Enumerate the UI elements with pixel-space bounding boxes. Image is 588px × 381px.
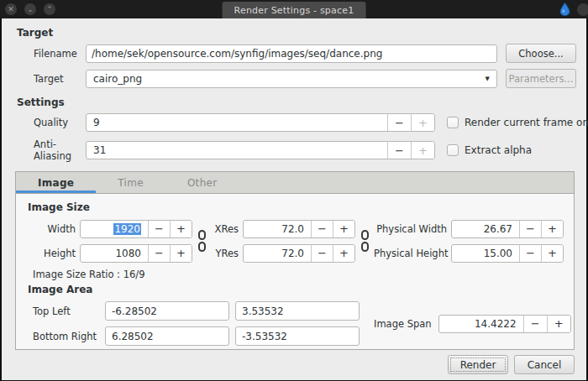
extract-alpha-checkbox[interactable] — [447, 144, 459, 156]
target-dropdown[interactable]: cairo_png ▼ — [86, 70, 497, 88]
width-value[interactable]: 1920 — [81, 221, 148, 237]
physical-width-row: Physical Width 26.67 − + — [374, 219, 564, 238]
physical-height-decrement-button[interactable]: − — [519, 245, 541, 262]
top-left-row: Top Left — [26, 301, 365, 321]
cancel-button[interactable]: Cancel — [514, 355, 575, 374]
top-left-x-input[interactable] — [105, 301, 229, 321]
tab-bar: Image Time Other — [16, 172, 574, 194]
maximize-icon[interactable]: ⌃ — [44, 3, 55, 15]
width-row: Width 1920 − + — [31, 219, 192, 238]
bottom-right-label: Bottom Right — [33, 331, 105, 342]
height-increment-button[interactable]: + — [170, 245, 192, 262]
image-span-spinner: 14.4222 − + — [438, 315, 571, 333]
physical-height-row: Physical Height 15.00 − + — [374, 243, 564, 263]
image-tab-content: Image Size Width 1920 − + Height — [16, 194, 574, 351]
render-current-frame-checkbox[interactable] — [447, 117, 459, 128]
yres-value[interactable]: 72.0 — [244, 245, 311, 262]
image-size-ratio: Image Size Ratio : 16/9 — [33, 269, 564, 280]
antialias-row: Anti-Aliasing 31 − + Extract alpha — [15, 138, 576, 162]
physical-width-value[interactable]: 26.67 — [452, 221, 519, 237]
image-span-increment-button[interactable]: + — [547, 316, 570, 332]
height-spinner: 1080 − + — [80, 244, 192, 263]
height-value[interactable]: 1080 — [81, 245, 148, 262]
quality-spinner: 9 − + — [86, 113, 435, 132]
droplet-icon — [559, 3, 570, 16]
render-current-frame-label: Render current frame only — [465, 117, 588, 128]
image-size-grid: Width 1920 − + Height 1080 − — [31, 219, 564, 263]
choose-button[interactable]: Choose... — [506, 44, 576, 63]
res-physical-chain-icon[interactable] — [355, 230, 374, 252]
render-settings-window: ✕ ⌄ ⌃ Render Settings - space1 Target Fi… — [0, 0, 588, 381]
xres-label: XRes — [211, 223, 243, 235]
settings-notebook: Image Time Other Image Size Width 1920 −… — [15, 171, 575, 350]
quality-row: Quality 9 − + Render current frame only — [15, 113, 576, 132]
image-span-decrement-button[interactable]: − — [523, 316, 547, 332]
bottom-right-row: Bottom Right — [26, 326, 365, 346]
xres-decrement-button[interactable]: − — [311, 221, 333, 237]
xres-increment-button[interactable]: + — [333, 221, 354, 237]
xres-row: XRes 72.0 − + — [211, 219, 355, 238]
tab-other[interactable]: Other — [165, 172, 239, 193]
target-label: Target — [34, 73, 86, 85]
antialias-value[interactable]: 31 — [87, 142, 387, 159]
height-label: Height — [31, 248, 80, 259]
minimize-icon[interactable]: ⌄ — [24, 3, 36, 15]
top-left-y-input[interactable] — [235, 301, 360, 321]
physical-width-label: Physical Width — [374, 223, 451, 235]
width-increment-button[interactable]: + — [170, 221, 192, 237]
image-area-coords: Top Left Bottom Right — [26, 301, 365, 346]
titlebar-right — [559, 3, 586, 16]
physical-width-decrement-button[interactable]: − — [519, 221, 541, 237]
bottom-right-x-input[interactable] — [105, 326, 229, 346]
image-span-group: Image Span 14.4222 − + — [374, 315, 571, 333]
image-size-heading: Image Size — [28, 201, 564, 213]
antialias-label: Anti-Aliasing — [34, 138, 86, 162]
render-current-frame-option: Render current frame only — [447, 117, 588, 128]
extract-alpha-label: Extract alpha — [465, 144, 532, 156]
window-title: Render Settings - space1 — [223, 2, 366, 18]
quality-decrement-button[interactable]: − — [387, 114, 411, 131]
width-decrement-button[interactable]: − — [148, 221, 170, 237]
physical-height-value[interactable]: 15.00 — [452, 245, 519, 262]
image-span-value[interactable]: 14.4222 — [439, 316, 523, 332]
image-area-heading: Image Area — [28, 284, 564, 295]
bottom-right-y-input[interactable] — [235, 326, 360, 346]
dialog-body: Target Filename Choose... Target cairo_p… — [0, 18, 588, 380]
height-row: Height 1080 − + — [31, 243, 192, 263]
physical-width-increment-button[interactable]: + — [541, 221, 563, 237]
dialog-footer: Render Cancel — [15, 350, 576, 377]
physical-height-increment-button[interactable]: + — [541, 245, 563, 262]
image-area-grid: Top Left Bottom Right Image Span — [26, 301, 564, 346]
tab-image[interactable]: Image — [16, 172, 96, 193]
xres-spinner: 72.0 − + — [243, 220, 355, 238]
target-dropdown-value: cairo_png — [93, 73, 142, 85]
resolution-column: XRes 72.0 − + YRes 72.0 − — [211, 219, 355, 263]
height-decrement-button[interactable]: − — [148, 245, 170, 262]
quality-increment-button[interactable]: + — [411, 114, 434, 131]
quality-value[interactable]: 9 — [87, 114, 387, 131]
physical-width-spinner: 26.67 − + — [451, 220, 564, 238]
tab-time[interactable]: Time — [96, 172, 165, 193]
close-icon[interactable]: ✕ — [5, 3, 17, 15]
xres-value[interactable]: 72.0 — [244, 221, 311, 237]
yres-decrement-button[interactable]: − — [311, 245, 333, 262]
antialias-decrement-button[interactable]: − — [387, 142, 411, 159]
size-res-chain-icon[interactable] — [192, 230, 211, 252]
top-left-label: Top Left — [33, 305, 105, 317]
render-button[interactable]: Render — [448, 355, 508, 374]
yres-label: YRes — [211, 248, 243, 259]
titlebar-controls: ✕ ⌄ ⌃ — [5, 3, 55, 15]
parameters-button[interactable]: Parameters... — [506, 69, 576, 88]
filename-row: Filename Choose... — [15, 44, 576, 63]
antialias-increment-button[interactable]: + — [411, 142, 434, 159]
quality-label: Quality — [34, 117, 86, 128]
filename-label: Filename — [34, 48, 86, 60]
image-span-label: Image Span — [374, 318, 432, 330]
titlebar-menu-button[interactable] — [577, 3, 588, 16]
titlebar: ✕ ⌄ ⌃ Render Settings - space1 — [0, 0, 588, 18]
yres-row: YRes 72.0 − + — [211, 243, 355, 263]
target-section-heading: Target — [17, 27, 576, 39]
yres-increment-button[interactable]: + — [333, 245, 354, 262]
settings-section-heading: Settings — [17, 97, 576, 108]
filename-input[interactable] — [86, 44, 497, 63]
